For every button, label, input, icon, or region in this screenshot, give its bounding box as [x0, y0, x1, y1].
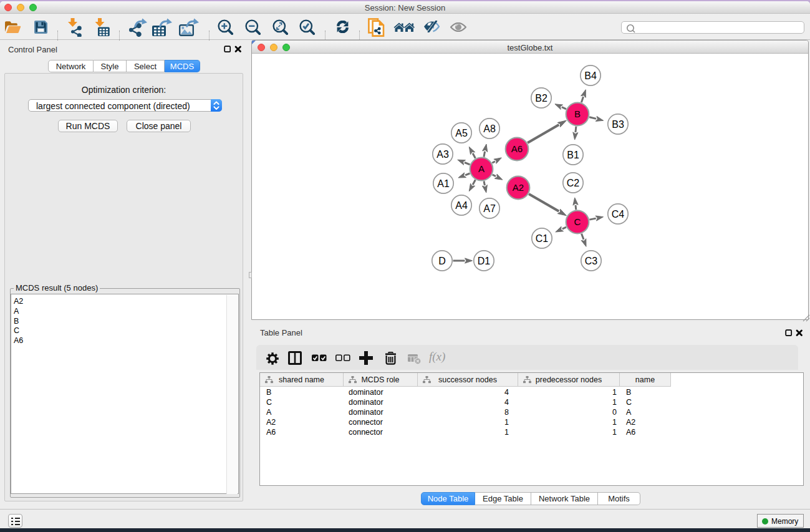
svg-text:C2: C2	[567, 178, 580, 188]
svg-text:A: A	[478, 163, 485, 174]
svg-text:A3: A3	[436, 149, 449, 160]
svg-text:B3: B3	[612, 119, 624, 130]
svg-text:C4: C4	[612, 209, 625, 220]
svg-text:D1: D1	[478, 256, 491, 266]
svg-text:A8: A8	[483, 123, 496, 134]
svg-text:B1: B1	[567, 150, 579, 160]
svg-text:C1: C1	[536, 233, 549, 244]
svg-text:D: D	[438, 256, 446, 266]
svg-text:A7: A7	[483, 203, 496, 214]
svg-text:B2: B2	[535, 93, 547, 104]
svg-text:A4: A4	[455, 200, 468, 211]
svg-text:B4: B4	[584, 70, 597, 81]
svg-text:B: B	[574, 109, 581, 119]
svg-text:A5: A5	[455, 128, 468, 138]
svg-text:C3: C3	[585, 256, 598, 266]
svg-text:A6: A6	[511, 143, 523, 154]
svg-text:A2: A2	[513, 182, 524, 193]
svg-text:A1: A1	[437, 178, 450, 189]
svg-text:C: C	[574, 216, 581, 227]
